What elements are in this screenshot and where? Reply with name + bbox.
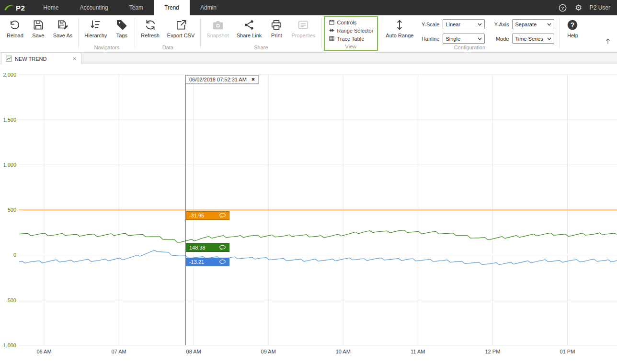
hairline-value-label[interactable]: 148.38 xyxy=(186,243,229,252)
export-csv-icon xyxy=(175,19,187,31)
controls-calendar-icon xyxy=(329,19,335,25)
chevron-down-icon xyxy=(478,37,482,40)
topbar-right: ? ⚙ P2 User xyxy=(558,0,617,15)
y-axis-select[interactable]: Separate xyxy=(512,19,554,29)
document-tab-bar: NEW TREND ✕ xyxy=(0,53,617,64)
group-caption-view: View xyxy=(329,43,374,51)
y-axis-tick-label: 1,500 xyxy=(0,116,16,123)
reload-icon xyxy=(9,19,21,31)
share-link-button[interactable]: Share Link xyxy=(233,16,266,39)
group-caption xyxy=(3,44,76,52)
hairline-timestamp: 06/02/2018 07:52:31 AM xyxy=(189,77,247,82)
hairline-value-text: -31.95 xyxy=(189,213,204,218)
group-caption-navigators: Navigators xyxy=(80,44,133,52)
hairline-label: Hairline xyxy=(418,36,439,42)
snapshot-camera-icon xyxy=(212,19,224,31)
reload-button[interactable]: Reload xyxy=(3,16,27,39)
print-button[interactable]: Print xyxy=(265,16,287,39)
x-axis-tick-label: 07 AM xyxy=(104,349,133,354)
group-caption-data: Data xyxy=(137,44,198,52)
x-axis-tick-label: 08 AM xyxy=(179,349,208,354)
trend-tab-icon xyxy=(6,56,12,62)
p2-logo: P2 xyxy=(0,0,33,15)
auto-range-button[interactable]: Auto Range xyxy=(382,16,417,39)
nav-tab-team[interactable]: Team xyxy=(119,0,154,15)
hairline-value-text: 148.38 xyxy=(189,245,206,250)
export-csv-button[interactable]: Export CSV xyxy=(163,16,198,39)
close-icon[interactable]: ✕ xyxy=(73,56,77,61)
ribbon-group-help: ? Help xyxy=(560,15,585,52)
view-controls-toggle[interactable]: Controls xyxy=(329,18,374,26)
collapse-ribbon-button[interactable] xyxy=(604,37,612,46)
hairline-value-label[interactable]: -13.21 xyxy=(186,258,229,266)
share-link-icon xyxy=(243,19,255,31)
p2-leaf-icon xyxy=(4,4,14,11)
range-selector-icon xyxy=(329,27,335,34)
y-axis-tick-label: 0 xyxy=(0,251,16,258)
properties-button[interactable]: Properties xyxy=(287,16,319,39)
user-name[interactable]: P2 User xyxy=(590,4,610,11)
ribbon-group-navigators: Hierarchy Tags Navigators xyxy=(79,15,135,52)
hierarchy-icon xyxy=(90,19,102,31)
group-divider xyxy=(321,18,322,48)
group-caption-help xyxy=(561,44,583,52)
save-as-icon xyxy=(57,19,69,31)
x-axis-tick-label: 06 AM xyxy=(30,349,58,354)
auto-range-icon xyxy=(393,19,406,31)
x-axis-tick-label: 10 AM xyxy=(329,349,357,354)
save-icon xyxy=(32,19,45,31)
refresh-icon xyxy=(144,19,157,31)
save-as-button[interactable]: Save As xyxy=(49,16,76,39)
x-axis-tick-label: 01 PM xyxy=(553,349,582,354)
group-caption-share: Share xyxy=(203,44,319,52)
nav-tab-admin[interactable]: Admin xyxy=(190,0,227,15)
trend-chart: 2,0001,5001,0005000-500-1,00006 AM07 AM0… xyxy=(0,64,617,363)
ribbon-group-configuration: Auto Range Y-Scale Linear Hairline Sin xyxy=(380,15,559,52)
x-axis-tick-label: 12 PM xyxy=(478,349,507,354)
y-axis-label: Y-Axis xyxy=(491,22,509,27)
tags-icon xyxy=(115,19,128,31)
ribbon-group-data: Refresh Export CSV Data xyxy=(135,15,200,52)
hairline-close-icon[interactable]: ✖ xyxy=(251,77,255,82)
comment-bubble-icon xyxy=(219,259,226,265)
chevron-down-icon xyxy=(478,23,482,26)
svg-text:?: ? xyxy=(561,5,564,10)
y-axis-tick-label: -1,000 xyxy=(0,342,16,349)
logo-text: P2 xyxy=(16,4,25,12)
y-scale-select[interactable]: Linear xyxy=(443,19,485,29)
help-button[interactable]: ? Help xyxy=(561,16,583,39)
ribbon-group-share: Snapshot Share Link Print Properties Sha… xyxy=(201,15,321,52)
collapse-up-arrow-icon xyxy=(604,37,612,45)
mode-select[interactable]: Time Series xyxy=(512,34,554,44)
y-axis-tick-label: -500 xyxy=(0,297,16,304)
chevron-down-icon xyxy=(547,23,551,26)
nav-tab-accounting[interactable]: Accounting xyxy=(69,0,118,15)
snapshot-button[interactable]: Snapshot xyxy=(203,16,232,39)
y-scale-label: Y-Scale xyxy=(418,22,439,27)
comment-bubble-icon xyxy=(219,213,226,218)
print-icon xyxy=(270,19,283,31)
refresh-button[interactable]: Refresh xyxy=(137,16,163,39)
y-axis-tick-label: 500 xyxy=(0,206,16,213)
hairline-value-label[interactable]: -31.95 xyxy=(186,211,229,220)
hairline-timestamp-tooltip: 06/02/2018 07:52:31 AM✖ xyxy=(185,75,259,84)
ribbon-group-file: Reload Save Save As xyxy=(1,15,78,52)
tags-button[interactable]: Tags xyxy=(111,16,133,39)
nav-tab-home[interactable]: Home xyxy=(33,0,69,15)
nav-tab-trend[interactable]: Trend xyxy=(154,0,190,15)
hierarchy-button[interactable]: Hierarchy xyxy=(80,16,111,39)
document-tab-new-trend[interactable]: NEW TREND ✕ xyxy=(1,53,81,64)
chevron-down-icon xyxy=(547,37,551,40)
ribbon-toolbar: Reload Save Save As Hierarchy Tags xyxy=(0,15,617,53)
gear-icon[interactable]: ⚙ xyxy=(574,3,583,12)
view-range-selector-toggle[interactable]: Range Selector xyxy=(329,26,374,34)
view-trace-table-toggle[interactable]: Trace Table xyxy=(329,34,374,43)
x-axis-tick-label: 11 AM xyxy=(403,349,432,354)
hairline-select[interactable]: Single xyxy=(443,34,485,44)
top-bar: P2 Home Accounting Team Trend Admin ? ⚙ … xyxy=(0,0,617,15)
ribbon-group-view: Controls Range Selector Trace Table View xyxy=(324,16,378,51)
help-circle-icon[interactable]: ? xyxy=(558,3,568,12)
group-caption-configuration: Configuration xyxy=(382,44,557,52)
save-button[interactable]: Save xyxy=(27,16,49,39)
chart-svg[interactable] xyxy=(0,64,617,363)
